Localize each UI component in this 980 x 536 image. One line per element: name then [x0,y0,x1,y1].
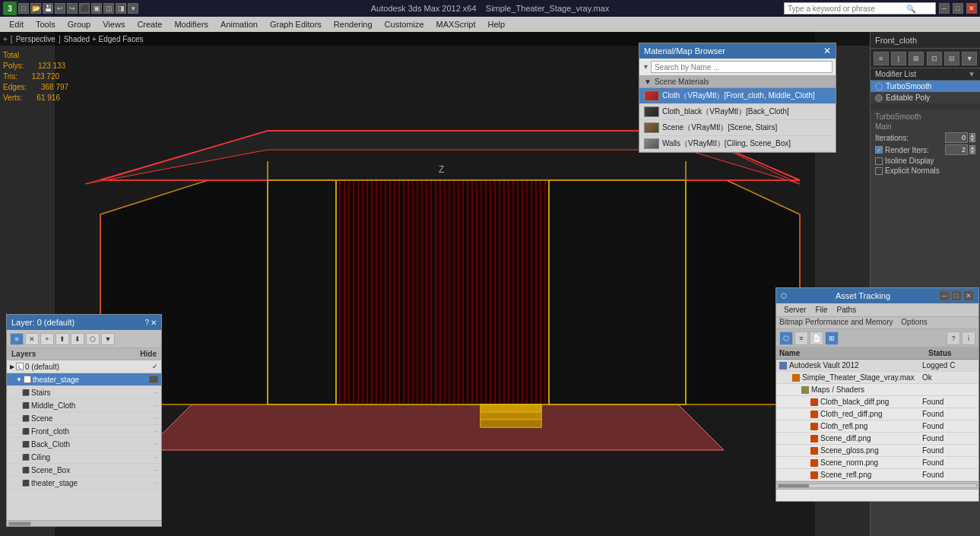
layer-row-8[interactable]: ⬛ Scene_Box ··· [7,464,161,477]
menu-edit[interactable]: Edit [3,17,30,32]
close-btn[interactable]: ✕ [966,3,977,14]
layer-row-7[interactable]: ⬛ Ciling ··· [7,451,161,464]
layer-btn-3[interactable]: + [40,333,54,345]
extra-btn1[interactable]: ⬛ [79,3,90,14]
open-btn[interactable]: 📂 [30,3,41,14]
at-tool-2[interactable]: ≡ [794,331,808,345]
material-item-2[interactable]: Scene（VRayMtl）[Scene, Stairs] [639,120,836,136]
layer-btn-4[interactable]: ⬆ [56,333,69,345]
at-menu-server[interactable]: Server [779,305,810,315]
at-menu-file[interactable]: File [810,305,832,315]
vp-bracket3: ] [59,35,61,43]
at-row-map-3[interactable]: Scene_diff.png Found [776,433,978,445]
extra-btn2[interactable]: ▣ [91,3,102,14]
menu-help[interactable]: Help [482,17,512,32]
menu-create[interactable]: Create [131,17,168,32]
layer-row-9[interactable]: ⬛ theater_stage ··· [7,477,161,490]
modifier-name-2: Editable Poly [886,94,930,102]
material-item-0[interactable]: Cloth（VRayMtl）[Front_cloth, Middle_Cloth… [639,88,836,104]
search-input[interactable] [785,3,906,14]
rp-btn-6[interactable]: ▼ [962,52,977,65]
at-row-map-5[interactable]: Scene_norm.png Found [776,457,978,469]
ts-render-down-btn[interactable]: ▼ [969,150,975,154]
save-btn[interactable]: 💾 [43,3,53,14]
layer-row-4[interactable]: ⬛ Scene ··· [7,412,161,425]
at-row-vault[interactable]: Autodesk Vault 2012 Logged C [776,360,978,372]
material-search-input[interactable] [651,61,833,73]
material-item-3[interactable]: Walls（VRayMtl）[Ciling, Scene_Box] [639,136,836,152]
titlebar-search[interactable]: 🔍 [784,2,936,14]
at-menu-paths[interactable]: Paths [833,305,861,315]
layer-row-5[interactable]: ⬛ Front_cloth ··· [7,425,161,438]
rp-btn-4[interactable]: ⊡ [927,52,942,65]
at-info-btn[interactable]: i [962,331,975,345]
ts-iterations-input[interactable] [945,132,968,143]
menu-tools[interactable]: Tools [30,17,62,32]
layer-close-icon[interactable]: ✕ [151,319,157,327]
ts-down-btn[interactable]: ▼ [969,138,975,142]
new-btn[interactable]: □ [18,3,29,14]
menu-maxscript[interactable]: MAXScript [430,17,482,32]
at-row-map-2[interactable]: Cloth_refl.png Found [776,420,978,433]
layer-scrollbar[interactable] [7,520,161,526]
layer-btn-2[interactable]: ✕ [25,333,39,345]
layer-btn-7[interactable]: ▼ [101,333,115,345]
menu-customize[interactable]: Customize [379,17,430,32]
layer-btn-6[interactable]: ⬡ [86,333,100,345]
menu-rendering[interactable]: Rendering [328,17,379,32]
at-tool-3[interactable]: 📄 [810,331,823,345]
at-options-label[interactable]: Options [901,318,927,326]
menu-animation[interactable]: Animation [214,17,264,32]
redo-btn[interactable]: ↪ [67,3,78,14]
material-item-1[interactable]: Cloth_black（VRayMtl）[Back_Cloth] [639,104,836,120]
menu-views[interactable]: Views [97,17,131,32]
layer-btn-1[interactable]: ≡ [10,333,24,345]
layer-scrollbar-thumb[interactable] [8,522,31,526]
layer-help-icon[interactable]: ? [144,319,149,327]
maximize-btn[interactable]: □ [953,3,963,14]
at-scrollbar[interactable] [776,481,978,489]
at-tool-4[interactable]: ⊞ [825,331,839,345]
ts-render-iters-checkbox[interactable]: ✓ [875,146,883,154]
at-row-map-6[interactable]: Scene_refl.png Found [776,469,978,481]
extra-btn5[interactable]: ▾ [128,3,138,14]
menu-group[interactable]: Group [62,17,97,32]
material-color-3 [644,138,659,149]
layer-row-theater[interactable]: ▼ L theater_stage [7,373,161,386]
extra-btn3[interactable]: ◫ [103,3,114,14]
rp-btn-1[interactable]: ≡ [874,52,889,65]
ts-isoline-checkbox[interactable] [875,157,883,165]
ts-render-iters-input[interactable] [945,144,968,155]
at-row-map-0[interactable]: Cloth_black_diff.png Found [776,396,978,408]
menu-modifiers[interactable]: Modifiers [168,17,214,32]
modifier-editable-poly[interactable]: Editable Poly [871,92,980,103]
rp-btn-5[interactable]: ⊟ [944,52,959,65]
layer-row-6[interactable]: ⬛ Back_Cloth ··· [7,438,161,451]
undo-btn[interactable]: ↩ [55,3,65,14]
at-close-btn[interactable]: ✕ [963,290,974,301]
rp-btn-3[interactable]: ⊞ [909,52,924,65]
layer-row-default[interactable]: ▶ L 0 (default) ✓ [7,360,161,373]
extra-btn4[interactable]: ◨ [116,3,126,14]
at-row-file[interactable]: Simple_Theater_Stage_vray.max Ok [776,372,978,384]
material-browser-close[interactable]: ✕ [823,46,831,56]
minimize-btn[interactable]: ─ [939,3,950,14]
at-minimize-btn[interactable]: ─ [939,290,950,301]
ts-explicit-checkbox[interactable] [875,167,883,175]
layer-row-3[interactable]: ⬛ Middle_Cloth ··· [7,399,161,412]
at-scrollbar-track[interactable] [778,484,977,488]
at-scrollbar-thumb[interactable] [779,484,809,487]
svg-marker-1 [146,404,724,450]
at-tool-1[interactable]: ⬡ [779,331,793,345]
at-help-btn[interactable]: ? [947,331,960,345]
at-row-maps[interactable]: Maps / Shaders [776,384,978,396]
at-row-map-1[interactable]: Cloth_red_diff.png Found [776,408,978,420]
at-maximize-btn[interactable]: □ [951,290,962,301]
layer-row-2[interactable]: ⬛ Stairs ··· [7,386,161,399]
layer-btn-5[interactable]: ⬇ [71,333,84,345]
modifier-turbosomoth[interactable]: TurboSmooth [871,81,980,92]
at-filter-input[interactable] [776,490,978,501]
at-row-map-4[interactable]: Scene_gloss.png Found [776,445,978,457]
menu-graph-editors[interactable]: Graph Editors [264,17,328,32]
rp-btn-2[interactable]: | [891,52,906,65]
